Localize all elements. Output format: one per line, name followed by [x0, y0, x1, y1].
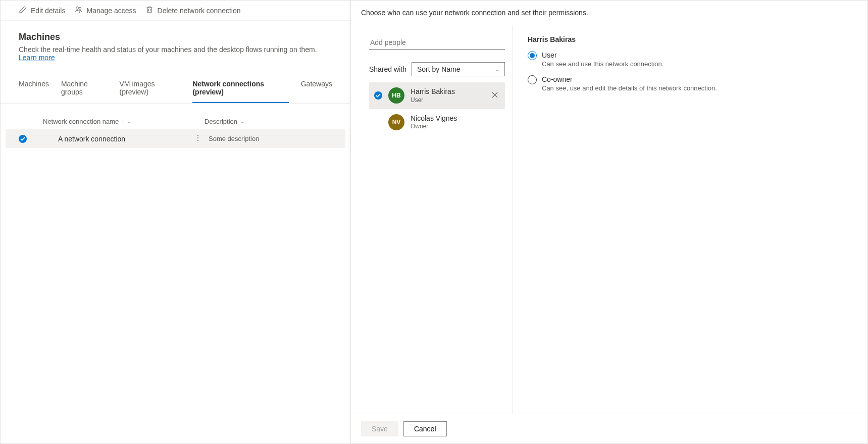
person-item[interactable]: NV Nicolas Vignes Owner	[369, 109, 505, 136]
permissions-title: Harris Bakiras	[528, 35, 852, 43]
permissions-column: Harris Bakiras User Can see and use this…	[513, 25, 867, 414]
panel-header: Choose who can use your network connecti…	[351, 1, 867, 25]
tab-vm-images[interactable]: VM images (preview)	[120, 73, 181, 103]
add-people-input[interactable]	[369, 35, 505, 50]
learn-more-link[interactable]: Learn more	[19, 54, 55, 62]
shared-with-label: Shared with	[369, 65, 406, 73]
cmd-label: Delete network connection	[158, 7, 241, 15]
save-button[interactable]: Save	[361, 421, 398, 436]
chevron-down-icon: ⌄	[127, 119, 131, 124]
table: Network connection name ↑ ⌄ Description …	[1, 104, 350, 158]
radio-icon	[528, 75, 537, 84]
chevron-down-icon: ⌄	[495, 67, 499, 72]
row-name: A network connection	[43, 135, 194, 143]
manage-access-button[interactable]: Manage access	[74, 6, 136, 15]
person-name: Harris Bakiras	[411, 87, 484, 96]
person-name: Nicolas Vignes	[411, 114, 500, 123]
page-subtitle: Check the real-time health and status of…	[19, 45, 332, 62]
column-description[interactable]: Description ⌄	[194, 118, 332, 125]
column-name[interactable]: Network connection name ↑ ⌄	[43, 118, 194, 125]
pencil-icon	[19, 6, 27, 15]
row-description: Some description	[209, 135, 332, 142]
cmd-label: Manage access	[86, 7, 136, 15]
person-role: User	[411, 96, 484, 104]
trash-icon	[145, 6, 154, 15]
person-check-placeholder	[374, 118, 382, 126]
tabs: Machines Machine groups VM images (previ…	[1, 73, 350, 104]
command-bar: Edit details Manage access Delete networ…	[1, 1, 350, 21]
sort-dropdown[interactable]: Sort by Name ⌄	[412, 62, 505, 76]
table-row[interactable]: A network connection Some description	[6, 129, 345, 148]
page-header: Machines Check the real-time health and …	[1, 21, 350, 73]
row-more-menu[interactable]	[194, 134, 209, 143]
avatar: HB	[388, 87, 404, 104]
remove-person-button[interactable]	[490, 89, 500, 102]
people-icon	[74, 6, 82, 15]
panel-footer: Save Cancel	[351, 414, 867, 443]
table-header: Network connection name ↑ ⌄ Description …	[6, 114, 345, 129]
person-role: Owner	[411, 123, 500, 130]
tab-machines[interactable]: Machines	[19, 73, 49, 103]
chevron-down-icon: ⌄	[240, 119, 244, 124]
share-panel: Choose who can use your network connecti…	[350, 1, 867, 443]
row-selected-check-icon[interactable]	[19, 135, 27, 143]
sort-ascending-icon: ↑	[122, 119, 124, 124]
delete-connection-button[interactable]: Delete network connection	[145, 6, 241, 15]
main-content: Edit details Manage access Delete networ…	[1, 1, 350, 443]
svg-point-4	[197, 140, 198, 141]
svg-point-0	[76, 7, 79, 10]
cancel-button[interactable]: Cancel	[403, 421, 447, 436]
permission-option-coowner[interactable]: Co-owner Can see, use and edit the detai…	[528, 75, 852, 92]
edit-details-button[interactable]: Edit details	[19, 6, 65, 15]
tab-machine-groups[interactable]: Machine groups	[61, 73, 108, 103]
svg-point-2	[197, 135, 198, 136]
svg-point-1	[79, 8, 81, 10]
tab-gateways[interactable]: Gateways	[301, 73, 332, 103]
radio-icon	[528, 51, 537, 60]
person-item[interactable]: HB Harris Bakiras User	[369, 82, 505, 109]
cmd-label: Edit details	[31, 7, 65, 15]
svg-point-3	[197, 137, 198, 138]
tab-network-connections[interactable]: Network connections (preview)	[192, 73, 288, 103]
people-column: Shared with Sort by Name ⌄ HB Harris Bak…	[351, 25, 513, 414]
avatar: NV	[388, 114, 404, 130]
person-selected-check-icon	[374, 91, 382, 100]
page-title: Machines	[19, 32, 332, 42]
permission-option-user[interactable]: User Can see and use this network connec…	[528, 51, 852, 68]
people-list: HB Harris Bakiras User NV Nicol	[369, 82, 505, 135]
